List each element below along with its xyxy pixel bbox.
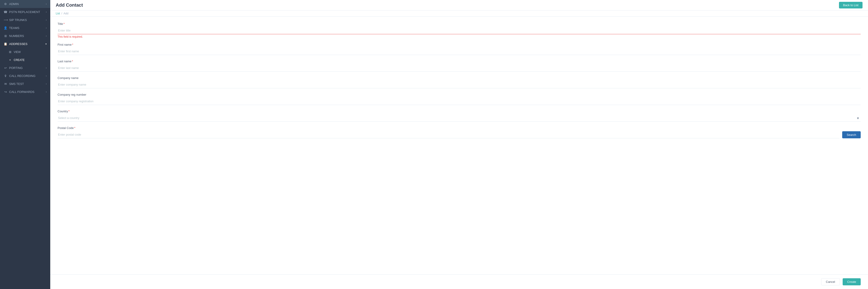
sidebar-item-porting[interactable]: ↩ PORTING ‹: [0, 64, 50, 72]
postal-code-row: Search: [58, 131, 861, 138]
sidebar-item-label: CALL RECORDING: [9, 74, 35, 77]
sidebar-item-label: PSTN REPLACEMENT: [9, 10, 40, 14]
sidebar-item-sip-trunks[interactable]: ⟶ SIP TRUNKS ‹: [0, 16, 50, 24]
addresses-icon: 📋: [4, 42, 7, 46]
sms-icon: ✉: [4, 82, 7, 86]
breadcrumb-current: Add: [63, 12, 68, 15]
last-name-field-group: Last name *: [58, 60, 861, 72]
title-field-group: Title * This field is required.: [58, 22, 861, 38]
first-name-field-group: First name *: [58, 43, 861, 55]
numbers-icon: ⊞: [4, 34, 7, 38]
main-content: Add Contact Back to List List / Add Titl…: [50, 0, 868, 289]
sidebar-item-label: ADDRESSES: [9, 42, 27, 46]
sidebar-item-addresses[interactable]: 📋 ADDRESSES ▾: [0, 40, 50, 48]
search-button[interactable]: Search: [842, 131, 861, 138]
title-error-message: This field is required.: [58, 35, 861, 38]
chevron-icon: ‹: [46, 11, 46, 13]
first-name-label: First name *: [58, 43, 861, 46]
chevron-icon: ‹: [46, 27, 46, 29]
sidebar-item-label: CREATE: [14, 58, 25, 62]
porting-icon: ↩: [4, 66, 7, 70]
chevron-icon: ‹: [46, 67, 46, 69]
required-star: *: [72, 43, 73, 46]
country-select-wrapper: Select a country: [58, 115, 861, 122]
postal-code-input[interactable]: [58, 131, 839, 138]
sidebar-item-view[interactable]: ⊞ VIEW: [0, 48, 50, 56]
sidebar-item-numbers[interactable]: ⊞ NUMBERS ‹: [0, 32, 50, 40]
country-select[interactable]: Select a country: [58, 115, 861, 122]
view-icon: ⊞: [8, 50, 12, 54]
pstn-icon: ☎: [4, 10, 7, 14]
title-input[interactable]: [58, 27, 861, 34]
first-name-input[interactable]: [58, 48, 861, 55]
teams-icon: 👤: [4, 26, 7, 30]
postal-code-field-group: Postal Code * Search: [58, 126, 861, 138]
sidebar-item-label: CALL FORWARDS: [9, 90, 34, 94]
call-recording-icon: 🎙: [4, 74, 7, 77]
cancel-button[interactable]: Cancel: [821, 278, 840, 285]
sidebar-item-pstn-replacement[interactable]: ☎ PSTN REPLACEMENT ‹: [0, 8, 50, 16]
create-button[interactable]: Create: [843, 278, 861, 285]
page-title: Add Contact: [56, 2, 83, 8]
chevron-icon: ‹: [46, 75, 46, 77]
sidebar-item-call-forwards[interactable]: ↪ CALL FORWARDS ‹: [0, 88, 50, 96]
chevron-icon: ‹: [46, 19, 46, 21]
sidebar: ⚙ ADMIN ‹ ☎ PSTN REPLACEMENT ‹ ⟶ SIP TRU…: [0, 0, 50, 289]
sidebar-item-sms-test[interactable]: ✉ SMS TEST ‹: [0, 80, 50, 88]
last-name-label: Last name *: [58, 60, 861, 63]
company-name-input[interactable]: [58, 81, 861, 88]
admin-icon: ⚙: [4, 2, 7, 6]
company-name-label: Company name: [58, 76, 861, 80]
chevron-icon: ‹: [46, 3, 46, 5]
call-forwards-icon: ↪: [4, 90, 7, 94]
required-star: *: [68, 109, 70, 113]
postal-code-label: Postal Code *: [58, 126, 861, 130]
required-star: *: [74, 126, 75, 130]
sidebar-item-admin[interactable]: ⚙ ADMIN ‹: [0, 0, 50, 8]
sidebar-item-create[interactable]: + CREATE: [0, 56, 50, 64]
company-name-field-group: Company name: [58, 76, 861, 88]
sidebar-item-teams[interactable]: 👤 TEAMS ‹: [0, 24, 50, 32]
sidebar-item-call-recording[interactable]: 🎙 CALL RECORDING ‹: [0, 72, 50, 80]
chevron-icon: ‹: [46, 35, 46, 37]
sip-icon: ⟶: [4, 18, 7, 22]
topbar: Add Contact Back to List: [50, 0, 868, 10]
company-reg-field-group: Company reg number: [58, 93, 861, 105]
required-star: *: [63, 22, 65, 26]
sidebar-item-label: PORTING: [9, 66, 23, 70]
chevron-down-icon: ▾: [45, 43, 46, 45]
company-reg-input[interactable]: [58, 98, 861, 105]
create-icon: +: [8, 58, 12, 62]
back-to-list-button[interactable]: Back to List: [839, 2, 863, 8]
sidebar-item-label: SIP TRUNKS: [9, 18, 27, 22]
chevron-icon: ‹: [46, 91, 46, 93]
form-footer: Cancel Create: [50, 275, 868, 289]
sidebar-item-label: SMS TEST: [9, 82, 24, 86]
company-reg-label: Company reg number: [58, 93, 861, 96]
form-container: Title * This field is required. First na…: [50, 17, 868, 275]
country-field-group: Country * Select a country: [58, 109, 861, 122]
chevron-icon: ‹: [46, 83, 46, 85]
last-name-input[interactable]: [58, 64, 861, 72]
breadcrumb: List / Add: [50, 10, 868, 17]
required-star: *: [72, 60, 73, 63]
sidebar-item-label: VIEW: [14, 51, 21, 54]
breadcrumb-separator: /: [61, 12, 62, 15]
country-label: Country *: [58, 109, 861, 113]
breadcrumb-list-link[interactable]: List: [56, 12, 60, 15]
sidebar-item-label: ADMIN: [9, 2, 19, 6]
sidebar-item-label: TEAMS: [9, 26, 20, 30]
sidebar-item-label: NUMBERS: [9, 34, 24, 38]
title-label: Title *: [58, 22, 861, 26]
